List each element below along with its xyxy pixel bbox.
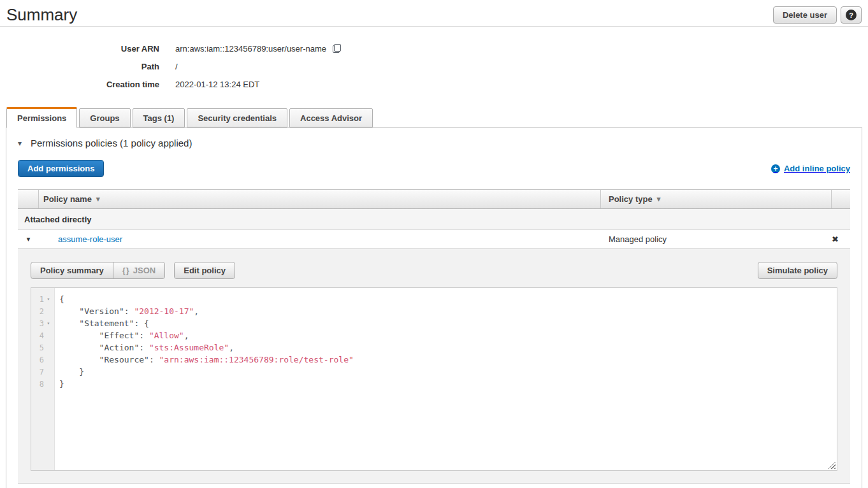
editor-code-line: } bbox=[59, 378, 837, 390]
json-plain-token: "Version": bbox=[59, 306, 134, 316]
user-arn-value: arn:aws:iam::123456789:user/user-name bbox=[175, 44, 326, 54]
json-button-label: JSON bbox=[133, 266, 156, 275]
editor-gutter-line: 3▾ bbox=[31, 317, 54, 329]
policy-name-link[interactable]: assume-role-user bbox=[58, 234, 122, 244]
simulate-policy-button[interactable]: Simulate policy bbox=[758, 262, 837, 279]
policies-table-header: Policy name ▾ Policy type ▾ bbox=[18, 189, 850, 209]
path-row: Path / bbox=[0, 57, 868, 75]
policy-name-cell: assume-role-user bbox=[39, 234, 601, 244]
braces-icon: {} bbox=[122, 266, 130, 275]
editor-code-line: "Resource": "arn:aws:iam::123456789:role… bbox=[59, 354, 837, 366]
editor-gutter-line: 6 bbox=[31, 354, 54, 366]
plus-icon: + bbox=[771, 164, 780, 173]
editor-code-line: "Version": "2012-10-17", bbox=[59, 305, 837, 317]
editor-gutter-line: 2 bbox=[31, 305, 54, 317]
json-plain-token: , bbox=[184, 331, 189, 340]
json-policy-editor[interactable]: 1▾23▾45678 { "Version": "2012-10-17", "S… bbox=[31, 287, 837, 471]
policy-table-row: ▾ assume-role-user Managed policy ✖ bbox=[18, 230, 850, 249]
editor-code[interactable]: { "Version": "2012-10-17", "Statement": … bbox=[55, 288, 837, 470]
line-number: 8 bbox=[31, 380, 44, 389]
policy-name-header-label: Policy name bbox=[43, 194, 92, 204]
editor-gutter-line: 5 bbox=[31, 341, 54, 354]
tab-access-advisor[interactable]: Access Advisor bbox=[289, 108, 373, 127]
creation-time-label: Creation time bbox=[0, 80, 159, 89]
line-number: 4 bbox=[31, 331, 44, 340]
line-number: 7 bbox=[31, 368, 44, 377]
editor-code-line: } bbox=[59, 366, 837, 378]
help-icon: ? bbox=[846, 10, 857, 20]
json-string-token: "arn:aws:iam::123456789:role/test-role" bbox=[159, 355, 354, 364]
json-plain-token: , bbox=[229, 343, 234, 352]
row-expand-caret-icon: ▾ bbox=[27, 235, 31, 243]
user-arn-value-wrap: arn:aws:iam::123456789:user/user-name bbox=[175, 44, 341, 54]
json-view-button[interactable]: {} JSON bbox=[113, 262, 166, 279]
creation-time-value: 2022-01-12 13:24 EDT bbox=[175, 80, 259, 89]
policy-type-cell: Managed policy bbox=[601, 234, 832, 244]
view-toggle-group: Policy summary {} JSON bbox=[31, 262, 165, 279]
line-number: 5 bbox=[31, 343, 44, 352]
permissions-tab-pane: ▾ Permissions policies (1 policy applied… bbox=[6, 127, 862, 488]
sort-caret-icon: ▾ bbox=[96, 195, 100, 203]
json-string-token: "Allow" bbox=[149, 331, 184, 340]
permissions-policies-section-header[interactable]: ▾ Permissions policies (1 policy applied… bbox=[18, 138, 850, 148]
user-arn-label: User ARN bbox=[0, 44, 159, 54]
json-plain-token: "Statement": { bbox=[59, 319, 149, 328]
policy-name-column-header[interactable]: Policy name ▾ bbox=[39, 190, 601, 208]
line-number: 6 bbox=[31, 355, 44, 364]
actions-column-header bbox=[832, 190, 850, 208]
user-arn-row: User ARN arn:aws:iam::123456789:user/use… bbox=[0, 39, 868, 57]
policy-summary-button[interactable]: Policy summary bbox=[31, 262, 113, 279]
policy-type-header-label: Policy type bbox=[609, 194, 653, 204]
add-inline-policy-link[interactable]: + Add inline policy bbox=[771, 164, 850, 173]
sort-caret-icon: ▾ bbox=[657, 195, 661, 203]
path-label: Path bbox=[0, 62, 159, 71]
tab-tags[interactable]: Tags (1) bbox=[133, 108, 185, 127]
help-button[interactable]: ? bbox=[841, 6, 862, 24]
page-header: Summary Delete user ? bbox=[0, 0, 868, 27]
line-number: 2 bbox=[31, 307, 44, 316]
header-buttons: Delete user ? bbox=[773, 6, 862, 24]
editor-gutter-line: 1▾ bbox=[31, 293, 54, 305]
tab-permissions[interactable]: Permissions bbox=[6, 107, 77, 128]
editor-code-line: "Effect": "Allow", bbox=[59, 329, 837, 341]
policy-actions-cell: ✖ bbox=[832, 235, 850, 243]
tab-security-credentials[interactable]: Security credentials bbox=[187, 108, 287, 127]
policy-detail-panel: Policy summary {} JSON Edit policy Simul… bbox=[18, 249, 850, 484]
json-plain-token: "Action": bbox=[59, 343, 149, 352]
editor-gutter-line: 4 bbox=[31, 329, 54, 341]
tab-bar: Permissions Groups Tags (1) Security cre… bbox=[6, 107, 862, 127]
editor-code-line: "Action": "sts:AssumeRole", bbox=[59, 341, 837, 354]
fold-caret-icon[interactable]: ▾ bbox=[44, 320, 53, 326]
policies-table: Policy name ▾ Policy type ▾ Attached dir… bbox=[18, 189, 850, 484]
policy-actions-row: Add permissions + Add inline policy bbox=[18, 160, 850, 177]
fold-caret-icon[interactable]: ▾ bbox=[44, 296, 53, 302]
json-plain-token: "Effect": bbox=[59, 331, 149, 340]
creation-time-row: Creation time 2022-01-12 13:24 EDT bbox=[0, 75, 868, 93]
page-title: Summary bbox=[6, 5, 77, 24]
tab-groups[interactable]: Groups bbox=[79, 108, 130, 127]
section-collapse-caret-icon: ▾ bbox=[18, 139, 27, 148]
row-expand-toggle[interactable]: ▾ bbox=[18, 235, 39, 243]
delete-user-button[interactable]: Delete user bbox=[773, 6, 837, 24]
detach-policy-icon[interactable]: ✖ bbox=[832, 235, 839, 243]
editor-code-line: "Statement": { bbox=[59, 317, 837, 329]
user-info-section: User ARN arn:aws:iam::123456789:user/use… bbox=[0, 39, 868, 93]
path-value: / bbox=[175, 62, 178, 71]
json-plain-token: } bbox=[59, 379, 64, 389]
json-plain-token: } bbox=[59, 367, 84, 377]
line-number: 3 bbox=[31, 319, 44, 328]
policy-type-column-header[interactable]: Policy type ▾ bbox=[601, 190, 832, 208]
line-number: 1 bbox=[31, 295, 44, 304]
attached-directly-group-row: Attached directly bbox=[18, 209, 850, 230]
editor-gutter-line: 8 bbox=[31, 378, 54, 390]
editor-resize-handle-icon[interactable] bbox=[828, 461, 835, 469]
add-permissions-button[interactable]: Add permissions bbox=[18, 160, 104, 177]
json-plain-token: "Resource": bbox=[59, 355, 159, 364]
editor-code-line: { bbox=[59, 293, 837, 305]
json-string-token: "2012-10-17" bbox=[134, 306, 194, 316]
json-plain-token: { bbox=[59, 294, 64, 304]
editor-gutter: 1▾23▾45678 bbox=[31, 288, 55, 470]
json-string-token: "sts:AssumeRole" bbox=[149, 343, 229, 352]
copy-icon[interactable] bbox=[333, 44, 341, 53]
edit-policy-button[interactable]: Edit policy bbox=[174, 262, 235, 279]
